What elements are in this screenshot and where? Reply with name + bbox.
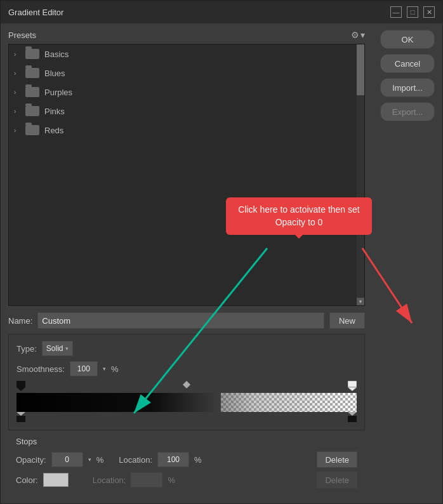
export-button[interactable]: Export... (380, 102, 435, 121)
smoothness-input[interactable] (70, 361, 98, 376)
type-dropdown[interactable]: Solid ▾ (42, 341, 74, 356)
scrollbar-thumb[interactable] (357, 44, 364, 95)
color-stops-area[interactable] (17, 412, 357, 423)
svg-marker-4 (348, 387, 357, 391)
presets-label: Presets (8, 30, 36, 40)
opacity-stops-area[interactable] (17, 381, 357, 393)
delete-button-2[interactable]: Delete (317, 472, 357, 488)
gradient-fill (17, 393, 357, 412)
preset-label-reds: Reds (44, 126, 63, 135)
opacity-stop-right[interactable] (348, 381, 357, 393)
type-label: Type: (17, 344, 37, 354)
opacity-arrow-icon: ▾ (88, 456, 91, 463)
window-controls: — □ ✕ (390, 6, 435, 18)
chevron-icon: › (14, 108, 20, 115)
left-panel: Presets ⚙ ▾ › Basics › Blues › (1, 23, 373, 503)
folder-icon (25, 87, 39, 97)
stops-title: Stops (16, 437, 357, 446)
name-row: Name: New (8, 312, 365, 329)
opacity-label: Opacity: (16, 455, 46, 465)
close-button[interactable]: ✕ (423, 6, 435, 18)
opacity-unit: % (96, 455, 104, 465)
opacity-stop-left[interactable] (17, 381, 25, 393)
minimize-button[interactable]: — (390, 6, 402, 18)
svg-rect-6 (17, 416, 25, 422)
opacity-row: Opacity: ▾ % Location: % Delete (16, 451, 357, 468)
tooltip: Click here to actoivate then set Opacity… (226, 197, 372, 235)
smoothness-label: Smoothness: (17, 364, 65, 374)
location-label-2: Location: (93, 475, 126, 485)
tooltip-text: Click here to actoivate then set Opacity… (238, 204, 359, 227)
content-area: Presets ⚙ ▾ › Basics › Blues › (1, 23, 442, 503)
svg-marker-7 (348, 412, 357, 416)
preset-label-basics: Basics (44, 50, 69, 59)
preset-item-pinks[interactable]: › Pinks (9, 102, 364, 121)
color-swatch[interactable] (43, 473, 69, 487)
folder-icon (25, 106, 39, 116)
gradient-editor-section: Type: Solid ▾ Smoothness: ▾ % (8, 334, 365, 430)
smoothness-row: Smoothness: ▾ % (17, 361, 357, 376)
smoothness-arrow-icon: ▾ (103, 366, 106, 372)
right-panel: OK Cancel Import... Export... (373, 23, 442, 503)
chevron-icon: › (14, 89, 20, 96)
stops-section: Stops Opacity: ▾ % Location: % Delete Co… (8, 430, 365, 497)
folder-icon (25, 68, 39, 78)
folder-icon (25, 49, 39, 59)
location-input-2[interactable] (131, 472, 162, 487)
svg-marker-1 (17, 387, 25, 391)
chevron-icon: › (14, 51, 20, 58)
title-bar: Gradient Editor — □ ✕ (1, 1, 442, 23)
gear-icon: ⚙ (351, 30, 359, 40)
opacity-input[interactable] (51, 452, 83, 467)
preset-label-blues: Blues (44, 69, 65, 78)
name-label: Name: (8, 316, 32, 326)
type-value: Solid (46, 344, 63, 353)
smoothness-unit: % (111, 364, 119, 374)
svg-marker-2 (183, 381, 190, 388)
chevron-icon: › (14, 70, 20, 77)
name-input[interactable] (37, 312, 324, 329)
color-stop-left[interactable] (17, 412, 25, 424)
preset-item-basics[interactable]: › Basics (9, 44, 364, 63)
gear-arrow: ▾ (360, 30, 365, 40)
preset-item-purples[interactable]: › Purples (9, 83, 364, 102)
presets-list[interactable]: › Basics › Blues › Purples › Pin (8, 44, 365, 306)
preset-label-purples: Purples (44, 88, 72, 97)
ok-button[interactable]: OK (380, 30, 435, 49)
preset-item-reds[interactable]: › Reds (9, 121, 364, 140)
type-row: Type: Solid ▾ (17, 341, 357, 356)
import-button[interactable]: Import... (380, 78, 435, 97)
maximize-button[interactable]: □ (407, 6, 418, 18)
preset-item-blues[interactable]: › Blues (9, 63, 364, 83)
folder-icon (25, 125, 39, 135)
color-label: Color: (16, 475, 38, 485)
location-unit-2: % (168, 475, 175, 485)
svg-rect-0 (17, 381, 25, 387)
delete-button-1[interactable]: Delete (317, 451, 357, 468)
gradient-bar[interactable] (17, 393, 357, 412)
location-unit-1: % (194, 455, 202, 465)
dropdown-arrow-icon: ▾ (65, 345, 69, 352)
svg-marker-5 (17, 412, 25, 416)
gradient-editor-window: Gradient Editor — □ ✕ Presets ⚙ ▾ › Basi… (0, 0, 443, 504)
preset-label-pinks: Pinks (44, 107, 65, 116)
presets-header: Presets ⚙ ▾ (8, 30, 365, 40)
location-input-1[interactable] (157, 452, 189, 467)
svg-rect-3 (348, 381, 357, 387)
new-button[interactable]: New (329, 312, 365, 329)
color-stop-right[interactable] (348, 412, 357, 424)
scrollbar-track[interactable]: ▲ ▼ (357, 44, 364, 305)
chevron-icon: › (14, 127, 20, 134)
scroll-down-button[interactable]: ▼ (357, 298, 364, 305)
color-row: Color: Location: % Delete (16, 472, 357, 488)
gear-button[interactable]: ⚙ ▾ (351, 30, 365, 40)
midpoint-diamond[interactable] (183, 381, 190, 390)
cancel-button[interactable]: Cancel (380, 54, 435, 73)
svg-rect-8 (348, 416, 357, 422)
window-title: Gradient Editor (8, 8, 63, 17)
location-label-1: Location: (119, 455, 152, 465)
